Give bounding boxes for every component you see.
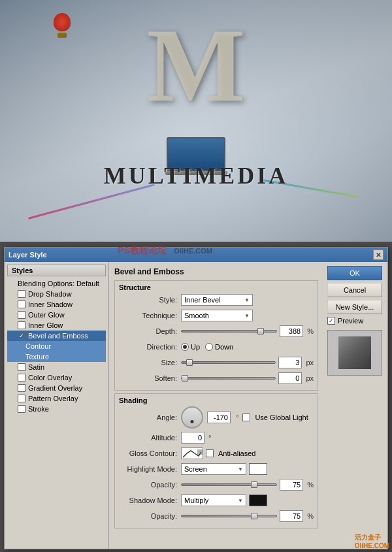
shadow-mode-value: Multiply [184,496,208,504]
outer-glow-item[interactable]: Outer Glow [7,310,106,320]
highlight-color-swatch[interactable] [249,463,267,475]
shadow-mode-control: Multiply ▼ [181,495,314,506]
inner-shadow-item[interactable]: Inner Shadow [7,299,106,310]
texture-label: Texture [25,353,49,361]
highlight-mode-select[interactable]: Screen ▼ [181,463,246,475]
direction-down-radio[interactable] [205,343,213,351]
soften-slider[interactable] [181,377,276,380]
shadow-opacity-slider[interactable] [181,515,277,517]
angle-control: ° Use Global Light [181,406,314,429]
highlight-mode-arrow-icon: ▼ [238,466,243,472]
technique-row: Technique: Smooth ▼ [119,309,314,322]
pattern-overlay-checkbox[interactable] [18,395,25,402]
depth-label: Depth: [119,327,181,335]
stroke-item[interactable]: Stroke [7,404,106,414]
direction-up-radio[interactable] [181,343,189,351]
structure-section: Structure Style: Inner Bevel ▼ Technique… [114,280,318,391]
soften-slider-thumb[interactable] [182,375,188,382]
blending-options-label: Blending Options: Default [18,280,99,287]
shadow-mode-label: Shadow Mode: [119,496,181,504]
style-select[interactable]: Inner Bevel ▼ [181,294,253,306]
highlight-opacity-thumb[interactable] [251,481,257,488]
preview-box [327,330,382,376]
highlight-opacity-slider[interactable] [181,483,277,486]
gradient-overlay-checkbox[interactable] [18,384,25,392]
stroke-checkbox[interactable] [18,405,25,413]
depth-slider-thumb[interactable] [257,328,264,334]
gloss-contour-label: Gloss Contour: [119,449,181,457]
bevel-emboss-item[interactable]: Bevel and Emboss [7,331,106,341]
soften-label: Soften: [119,374,181,382]
highlight-opacity-input[interactable] [280,479,303,491]
global-light-checkbox[interactable] [242,414,250,421]
color-overlay-checkbox[interactable] [18,374,25,382]
svg-rect-0 [197,449,203,455]
style-row: Style: Inner Bevel ▼ [119,293,314,306]
shadow-color-swatch[interactable] [249,495,267,506]
dialog-title: Layer Style [8,251,47,259]
shadow-mode-select[interactable]: Multiply ▼ [181,495,246,506]
close-button[interactable]: ✕ [373,250,384,260]
pattern-overlay-item[interactable]: Pattern Overlay [7,393,106,404]
altitude-input[interactable] [181,432,204,444]
new-style-button[interactable]: New Style... [327,300,382,314]
highlight-opacity-label: Opacity: [119,481,181,489]
inner-shadow-checkbox[interactable] [18,300,25,308]
global-light-label: Use Global Light [255,414,308,421]
bevel-emboss-checkbox[interactable] [18,332,25,340]
direction-down-option[interactable]: Down [205,343,233,351]
angle-label: Angle: [119,414,181,421]
technique-value: Smooth [184,312,209,319]
shadow-opacity-thumb[interactable] [251,513,257,519]
size-input[interactable] [278,357,302,368]
gloss-contour-control: Anti-aliased [181,447,314,459]
contour-label: Contour [25,342,51,350]
outer-glow-checkbox[interactable] [18,311,25,319]
style-label: Style: [119,296,181,304]
cancel-button[interactable]: Cancel [327,283,382,297]
global-light-option[interactable]: Use Global Light [242,414,308,421]
soften-row: Soften: px [119,372,314,385]
direction-up-label: Up [191,343,200,351]
blending-options-item[interactable]: Blending Options: Default [7,278,106,289]
depth-control: % [181,325,314,337]
preview-checkbox[interactable] [327,317,335,325]
inner-glow-item[interactable]: Inner Glow [7,320,106,331]
anti-aliased-label: Anti-aliased [218,449,255,457]
angle-input[interactable] [207,412,231,423]
anti-aliased-option[interactable]: Anti-aliased [206,449,255,457]
technique-label: Technique: [119,312,181,319]
size-control: px [181,357,314,368]
pattern-overlay-label: Pattern Overlay [28,395,78,402]
shading-title: Shading [119,397,314,404]
dialog-body: Styles Blending Options: Default Drop Sh… [5,262,387,549]
anti-aliased-checkbox[interactable] [206,449,214,457]
ok-button[interactable]: OK [327,266,382,280]
drop-shadow-checkbox[interactable] [18,290,25,298]
technique-select[interactable]: Smooth ▼ [181,310,253,321]
size-slider[interactable] [181,361,276,364]
satin-checkbox[interactable] [18,363,25,371]
depth-slider[interactable] [181,330,277,333]
soften-input[interactable] [278,372,302,384]
direction-up-option[interactable]: Up [181,343,200,351]
size-slider-thumb[interactable] [186,359,193,366]
size-label: Size: [119,359,181,366]
texture-item[interactable]: Texture [7,351,106,362]
color-overlay-item[interactable]: Color Overlay [7,372,106,383]
angle-dial[interactable] [181,406,203,429]
angle-unit: ° [236,414,238,421]
satin-item[interactable]: Satin [7,362,106,372]
gradient-overlay-item[interactable]: Gradient Overlay [7,383,106,393]
left-panel: Styles Blending Options: Default Drop Sh… [5,262,109,549]
gloss-contour-preview[interactable] [181,447,203,459]
gradient-overlay-label: Gradient Overlay [28,384,82,392]
contour-item[interactable]: Contour [7,341,106,351]
drop-shadow-item[interactable]: Drop Shadow [7,289,106,299]
shadow-opacity-input[interactable] [280,510,303,522]
depth-input[interactable] [280,325,303,337]
hero-title: MULTIMEDIA [104,162,289,189]
inner-glow-checkbox[interactable] [18,321,25,329]
shadow-opacity-row: Opacity: % [119,510,314,523]
altitude-row: Altitude: ° [119,431,314,444]
